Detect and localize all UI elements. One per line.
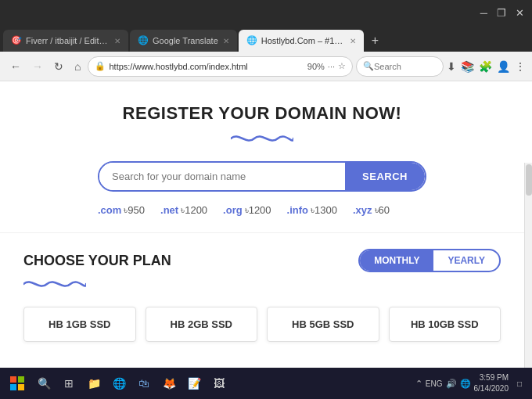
tld-com-ext: .com [98, 204, 121, 216]
tld-net: .net ৳1200 [160, 204, 207, 217]
taskbar-tray: ⌃ ENG 🔊 🌐 [415, 379, 471, 389]
plan-card-1gb[interactable]: HB 1GB SSD [23, 307, 136, 342]
tld-info: .info ৳1300 [287, 204, 337, 217]
tab-close-fiverr[interactable]: ✕ [114, 37, 120, 45]
tld-net-ext: .net [160, 204, 178, 216]
wave-decoration [231, 131, 293, 149]
domain-search-button[interactable]: SEARCH [345, 163, 425, 190]
svg-rect-3 [18, 384, 24, 390]
taskbar-store[interactable]: 🛍 [133, 372, 155, 394]
tab-favicon-fiverr: 🎯 [11, 35, 22, 46]
zoom-level: 90% [307, 62, 325, 71]
new-tab-button[interactable]: + [365, 30, 385, 52]
plan-section: CHOOSE YOUR PLAN MONTHLY YEARLY HB 1GB S… [0, 233, 524, 354]
tab-favicon-hostlybd: 🌐 [246, 35, 257, 46]
settings-icon[interactable]: ⋮ [515, 60, 526, 73]
lock-icon: 🔒 [95, 61, 106, 71]
show-desktop-button[interactable]: □ [512, 379, 527, 388]
search-icon-nav: 🔍 [363, 61, 374, 71]
address-url: https://www.hostlybd.com/index.html [109, 62, 304, 71]
taskbar-firefox[interactable]: 🦊 [158, 372, 180, 394]
scrollbar[interactable] [524, 163, 532, 399]
svg-rect-2 [10, 384, 16, 390]
tld-org-price: ৳1200 [245, 204, 271, 217]
clock-time: 3:59 PM [474, 372, 509, 383]
star-icon[interactable]: ☆ [338, 61, 346, 71]
tab-google-translate[interactable]: 🌐 Google Translate ✕ [130, 30, 237, 52]
tray-sound-icon[interactable]: 🔊 [446, 379, 457, 389]
plan-card-2gb[interactable]: HB 2GB SSD [146, 307, 258, 342]
domain-section: REGISTER YOUR DOMAIN NOW! SEARCH .com ৳9… [0, 81, 524, 233]
tab-favicon-translate: 🌐 [138, 35, 149, 46]
domain-search-row[interactable]: SEARCH [98, 161, 426, 192]
plan-card-5gb[interactable]: HB 5GB SSD [267, 307, 379, 342]
tld-info-ext: .info [287, 204, 308, 216]
forward-button[interactable]: → [28, 57, 47, 76]
browser-search-box[interactable]: 🔍 [356, 56, 444, 77]
scrollbar-thumb[interactable] [526, 164, 532, 196]
more-icon[interactable]: ··· [328, 62, 335, 71]
download-icon[interactable]: ⬇ [447, 60, 456, 73]
tld-xyz-price: ৳60 [375, 204, 390, 217]
plan-wave-decoration [23, 277, 501, 294]
tray-up-icon[interactable]: ⌃ [415, 379, 422, 389]
tray-network-icon[interactable]: 🌐 [460, 379, 471, 389]
billing-yearly-button[interactable]: YEARLY [433, 250, 499, 271]
clock-date: 6/14/2020 [474, 383, 509, 394]
tab-hostlybd[interactable]: 🌐 Hostlybd.Com – #1 Hosting & Do... ✕ [239, 30, 364, 52]
tab-label-translate: Google Translate [153, 36, 218, 45]
address-bar[interactable]: 🔒 https://www.hostlybd.com/index.html 90… [88, 56, 353, 77]
profile-icon[interactable]: 👤 [497, 60, 510, 73]
domain-search-input[interactable] [99, 163, 345, 190]
tld-xyz: .xyz ৳60 [353, 204, 390, 217]
search-input-nav[interactable] [374, 62, 437, 71]
start-button[interactable] [5, 371, 30, 396]
back-button[interactable]: ← [6, 57, 25, 76]
taskbar: 🔍 ⊞ 📁 🌐 🛍 🦊 📝 🖼 ⌃ ENG 🔊 🌐 3:59 PM 6/14/2… [0, 368, 532, 399]
billing-toggle[interactable]: MONTHLY YEARLY [358, 249, 501, 272]
taskbar-search-icon[interactable]: 🔍 [33, 372, 55, 394]
address-icons: ··· ☆ [328, 61, 346, 71]
svg-rect-0 [10, 376, 16, 383]
tab-fiverr[interactable]: 🎯 Fiverr / itbaijit / Edit Gig ✕ [3, 30, 128, 52]
taskbar-task-view[interactable]: ⊞ [58, 372, 80, 394]
plan-title: CHOOSE YOUR PLAN [23, 253, 171, 269]
tab-close-translate[interactable]: ✕ [223, 37, 229, 45]
restore-button[interactable]: ❐ [497, 7, 506, 19]
tray-lang: ENG [426, 379, 443, 388]
taskbar-edge[interactable]: 🌐 [108, 372, 130, 394]
plan-card-10gb[interactable]: HB 10GB SSD [389, 307, 501, 342]
tld-org-ext: .org [223, 204, 243, 216]
tld-org: .org ৳1200 [223, 204, 271, 217]
taskbar-photos[interactable]: 🖼 [208, 372, 230, 394]
home-button[interactable]: ⌂ [70, 57, 84, 76]
refresh-button[interactable]: ↻ [50, 57, 67, 76]
tld-list: .com ৳950 .net ৳1200 .org ৳1200 .info ৳1… [98, 204, 426, 217]
tld-info-price: ৳1300 [311, 204, 337, 217]
plan-cards: HB 1GB SSD HB 2GB SSD HB 5GB SSD HB 10GB… [23, 307, 501, 342]
tld-xyz-ext: .xyz [353, 204, 372, 216]
close-button[interactable]: ✕ [516, 7, 524, 19]
nav-right-icons: ⬇ 📚 🧩 👤 ⋮ [447, 60, 526, 73]
billing-monthly-button[interactable]: MONTHLY [360, 250, 433, 271]
plan-header: CHOOSE YOUR PLAN MONTHLY YEARLY [23, 249, 501, 272]
tld-com: .com ৳950 [98, 204, 145, 217]
taskbar-notes[interactable]: 📝 [183, 372, 205, 394]
tab-label-hostlybd: Hostlybd.Com – #1 Hosting & Do... [261, 36, 345, 45]
collections-icon[interactable]: 📚 [461, 60, 474, 73]
taskbar-file-explorer[interactable]: 📁 [83, 372, 105, 394]
tld-com-price: ৳950 [124, 204, 145, 217]
tld-net-price: ৳1200 [181, 204, 207, 217]
extensions-icon[interactable]: 🧩 [479, 60, 492, 73]
tab-label-fiverr: Fiverr / itbaijit / Edit Gig [26, 36, 110, 45]
taskbar-clock[interactable]: 3:59 PM 6/14/2020 [474, 372, 509, 394]
domain-title: REGISTER YOUR DOMAIN NOW! [123, 103, 402, 124]
tab-close-hostlybd[interactable]: ✕ [350, 37, 356, 45]
minimize-button[interactable]: ─ [480, 7, 487, 19]
svg-rect-1 [18, 376, 24, 383]
